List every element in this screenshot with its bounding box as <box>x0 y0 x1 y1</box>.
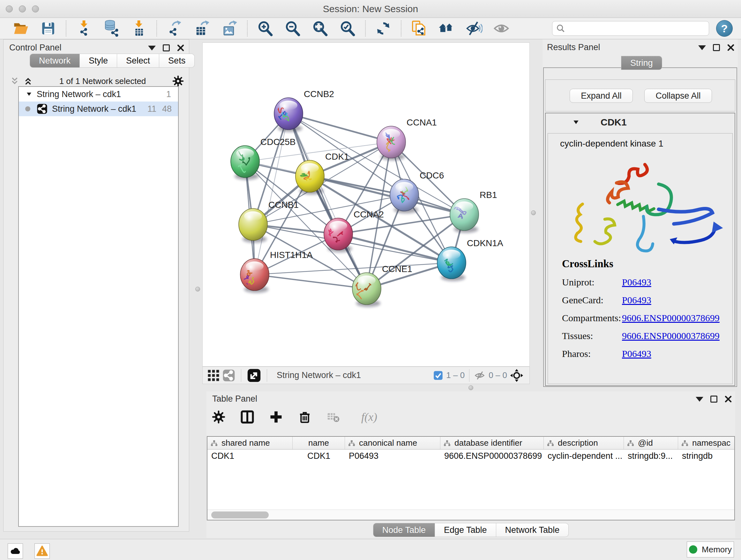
cloud-status-button[interactable] <box>8 543 23 559</box>
crosslink-value-link[interactable]: P06493 <box>622 295 651 306</box>
delete-table-button[interactable] <box>325 408 342 426</box>
hide-graphics-details-button[interactable] <box>460 19 488 38</box>
open-session-button[interactable] <box>7 19 35 38</box>
table-cell[interactable]: 9606.ENSP00000378699 <box>441 449 544 462</box>
table-cell[interactable]: P06493 <box>345 449 441 462</box>
column-header-description[interactable]: description <box>544 437 624 449</box>
create-column-button[interactable] <box>267 408 285 426</box>
crosslink-value-link[interactable]: 9606.ENSP00000378699 <box>622 313 720 323</box>
panel-menu-icon[interactable] <box>696 397 703 401</box>
save-session-button[interactable] <box>35 19 62 38</box>
import-network-from-file-button[interactable] <box>70 19 98 38</box>
panel-menu-icon[interactable] <box>698 45 706 50</box>
delete-column-button[interactable] <box>296 408 314 426</box>
bottom-splitter-handle[interactable] <box>468 385 473 390</box>
zoom-fit-button[interactable] <box>307 19 334 38</box>
table-options-button[interactable] <box>210 408 227 426</box>
right-splitter-handle[interactable] <box>531 210 536 215</box>
network-graph[interactable]: CCNB2CCNA1CDC25BCDK1CDC6RB1CCNB1CCNA2CDK… <box>203 43 530 367</box>
show-graphics-details-button[interactable] <box>488 19 515 38</box>
column-header-namespac[interactable]: namespac <box>678 437 735 449</box>
expand-all-chevron-icon[interactable] <box>23 76 33 86</box>
table-cell[interactable]: cyclin-dependent ... <box>544 449 624 462</box>
network-view-canvas[interactable]: CCNB2CCNA1CDC25BCDK1CDC6RB1CCNB1CCNA2CDK… <box>202 43 530 367</box>
network-node-CCNB2[interactable]: CCNB2 <box>274 89 334 132</box>
network-node-CCNA2[interactable]: CCNA2 <box>324 209 384 252</box>
crosslink-value-link[interactable]: P06493 <box>622 348 651 359</box>
gear-icon[interactable] <box>172 75 184 87</box>
result-entry-header[interactable]: CDK1 <box>546 113 735 131</box>
tab-sets[interactable]: Sets <box>159 54 195 68</box>
network-node-CCNE1[interactable]: CCNE1 <box>352 264 412 307</box>
table-cell[interactable]: CDK1 <box>207 449 293 462</box>
float-panel-icon[interactable] <box>163 44 170 51</box>
float-panel-icon[interactable] <box>711 395 718 402</box>
fit-selection-button[interactable] <box>507 367 526 384</box>
network-node-CDKN1A[interactable]: CDKN1A <box>437 238 503 281</box>
collapse-all-chevron-icon[interactable] <box>10 76 19 86</box>
table-horizontal-scrollbar[interactable] <box>207 509 734 520</box>
help-button[interactable]: ? <box>716 20 733 37</box>
import-table-from-file-button[interactable] <box>125 19 152 38</box>
table-row[interactable]: CDK1CDK1P064939606.ENSP00000378699cyclin… <box>207 449 734 462</box>
export-network-button[interactable] <box>161 19 188 38</box>
import-network-from-database-button[interactable] <box>98 19 125 38</box>
close-panel-icon[interactable] <box>727 44 735 51</box>
network-node-CCNA1[interactable]: CCNA1 <box>377 118 437 160</box>
tab-node-table[interactable]: Node Table <box>373 523 435 537</box>
tab-network-table[interactable]: Network Table <box>496 523 569 537</box>
expand-all-button[interactable]: Expand All <box>569 89 633 103</box>
warnings-button[interactable] <box>35 543 50 559</box>
column-header-canonical-name[interactable]: canonical name <box>345 437 441 449</box>
memory-button[interactable]: Memory <box>687 542 734 557</box>
network-node-RB1[interactable]: RB1 <box>450 190 497 233</box>
edge-CDKN1A-HIST1H1A[interactable] <box>255 263 452 274</box>
zoom-selected-button[interactable] <box>334 19 361 38</box>
export-network-icon <box>166 20 183 37</box>
search-input[interactable] <box>568 23 705 34</box>
edge-HIST1H1A-CCNE1[interactable] <box>255 274 367 289</box>
collapse-all-button[interactable]: Collapse All <box>644 89 712 103</box>
column-header-database-identifier[interactable]: database identifier <box>441 437 544 449</box>
new-network-from-selection-button[interactable] <box>405 19 433 38</box>
edge-CCNB2-CCNE1[interactable] <box>288 114 367 289</box>
open-in-window-button[interactable] <box>246 367 262 384</box>
tab-select[interactable]: Select <box>117 54 159 68</box>
scrollbar-thumb[interactable] <box>211 511 269 518</box>
crosslink-value-link[interactable]: P06493 <box>622 277 651 288</box>
tab-network[interactable]: Network <box>30 54 80 68</box>
tab-string[interactable]: String <box>621 56 662 70</box>
network-row[interactable]: String Network – cdk1 11 48 <box>19 102 178 116</box>
crosslink-row: Tissues:9606.ENSP00000378699 <box>562 330 728 341</box>
tab-style[interactable]: Style <box>80 54 117 68</box>
zoom-in-button[interactable] <box>252 19 279 38</box>
network-share-button[interactable] <box>221 367 237 384</box>
first-neighbors-button[interactable] <box>433 19 460 38</box>
table-cell[interactable]: CDK1 <box>293 449 345 462</box>
table-cell[interactable]: stringdb:9... <box>624 449 678 462</box>
close-panel-icon[interactable] <box>177 44 185 52</box>
panel-menu-icon[interactable] <box>148 46 156 51</box>
show-column-button[interactable] <box>239 408 256 426</box>
network-collection-row[interactable]: String Network – cdk1 1 <box>19 87 178 102</box>
export-table-button[interactable] <box>188 19 216 38</box>
network-node-CDC25B[interactable]: CDC25B <box>231 137 295 180</box>
apply-layout-button[interactable] <box>369 19 397 38</box>
edge-CCNB2-CCNA1[interactable] <box>288 114 391 142</box>
export-image-button[interactable] <box>216 19 243 38</box>
float-panel-icon[interactable] <box>713 44 720 51</box>
tree-expander-icon[interactable] <box>26 91 32 98</box>
crosslink-value-link[interactable]: 9606.ENSP00000378699 <box>622 330 720 341</box>
column-header-shared-name[interactable]: shared name <box>207 437 293 449</box>
selected-checkbox-icon[interactable] <box>433 371 443 380</box>
left-splitter-handle[interactable] <box>195 287 200 292</box>
table-cell[interactable]: stringdb <box>678 449 735 462</box>
close-panel-icon[interactable] <box>724 395 732 403</box>
column-header-name[interactable]: name <box>293 437 345 449</box>
birdseye-grid-button[interactable] <box>206 367 221 384</box>
column-header--id[interactable]: @id <box>624 437 678 449</box>
tab-edge-table[interactable]: Edge Table <box>435 523 496 537</box>
function-builder-button[interactable]: f(x) <box>353 408 385 426</box>
zoom-out-button[interactable] <box>279 19 307 38</box>
collapse-entry-icon[interactable] <box>572 119 580 126</box>
